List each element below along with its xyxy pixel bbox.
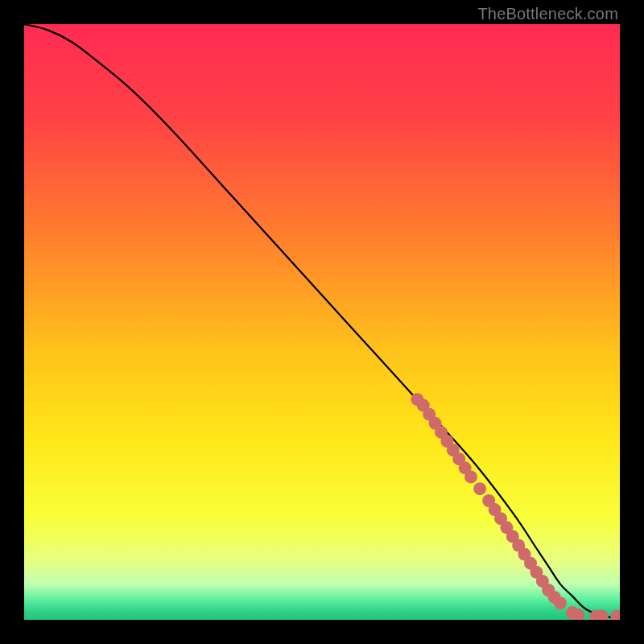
marker-dot bbox=[473, 482, 486, 495]
marker-group bbox=[411, 393, 620, 620]
chart-stage: TheBottleneck.com bbox=[0, 0, 644, 644]
chart-overlay bbox=[24, 24, 620, 620]
plot-area bbox=[24, 24, 620, 620]
bottleneck-curve bbox=[24, 24, 620, 617]
marker-dot bbox=[610, 610, 620, 620]
attribution-label: TheBottleneck.com bbox=[477, 5, 618, 23]
marker-dot bbox=[464, 470, 477, 483]
marker-dot bbox=[554, 597, 567, 609]
